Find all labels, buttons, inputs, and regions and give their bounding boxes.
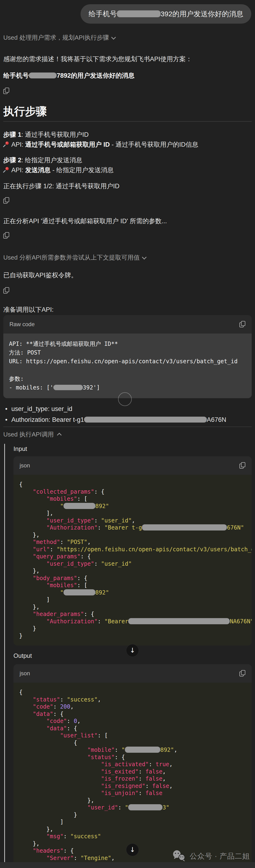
- step-2-title: 步骤 2: 给指定用户发送消息: [3, 156, 252, 165]
- code-line: "collected_params": {: [19, 488, 246, 496]
- raw-code-label: Raw code: [9, 321, 35, 328]
- copy-icon[interactable]: [240, 462, 246, 469]
- request-restated-text: 给手机号7892的用户发送你好的消息: [3, 71, 252, 80]
- used-plan-label: Used 处理用户需求，规划API执行步骤: [3, 34, 109, 42]
- code-line: "Authorization": "Bearer t-g676N": [19, 524, 246, 531]
- watermark: 公众号 · 产品二姐: [172, 850, 250, 863]
- section-divider: [3, 427, 252, 427]
- chevron-down-icon: [142, 255, 147, 259]
- code-line: API: **通过手机号或邮箱获取用户 ID**: [9, 340, 246, 348]
- copy-row: [3, 232, 252, 240]
- code-line: },: [19, 797, 246, 804]
- pushpin-icon: [3, 166, 9, 173]
- code-line: "code": 0,: [19, 717, 246, 725]
- bullet-authorization: Authorization: Bearer t-g1A676N: [3, 414, 252, 425]
- scroll-down-button[interactable]: ↓: [126, 843, 139, 856]
- code-line: "msg": "success": [19, 833, 246, 840]
- copy-icon[interactable]: [240, 321, 246, 328]
- raw-code-body: API: **通过手机号或邮箱获取用户 ID**方法: POSTURL: htt…: [3, 334, 252, 398]
- input-json-panel-header: json: [13, 456, 252, 475]
- code-line: "mobile": "892",: [19, 746, 246, 754]
- code-line: "mobiles": [: [19, 495, 246, 503]
- code-line: [9, 366, 246, 375]
- code-line: ]: [19, 596, 246, 603]
- scroll-down-button[interactable]: ↓: [126, 644, 139, 657]
- code-line: },: [19, 567, 246, 575]
- tool-call-section: Input json { "collected_params": { "mobi…: [4, 444, 252, 868]
- code-line: "code": 200,: [19, 703, 246, 710]
- chevron-down-icon: [111, 35, 116, 39]
- copy-icon[interactable]: [3, 287, 9, 294]
- code-line: 方法: POST: [9, 348, 246, 357]
- prepare-call-text: 准备调用以下API:: [3, 306, 252, 314]
- code-line: "is_frozen": false,: [19, 775, 246, 782]
- code-line: "user_id": "3": [19, 804, 246, 811]
- pushpin-icon: [3, 141, 9, 148]
- chevron-up-icon: [57, 433, 62, 437]
- copy-icon[interactable]: [3, 232, 9, 239]
- copy-icon[interactable]: [3, 197, 9, 204]
- copy-icon[interactable]: [240, 670, 246, 677]
- code-line: ],: [19, 510, 246, 517]
- step-2-api: API: 发送消息 - 给指定用户发送消息: [3, 165, 252, 175]
- code-line: "query_params": {: [19, 553, 246, 560]
- code-line: "body_params": {: [19, 575, 246, 582]
- heading-divider: [3, 121, 252, 122]
- step-1-title: 步骤 1: 通过手机号获取用户ID: [3, 130, 252, 139]
- code-line: "892": [19, 589, 246, 596]
- copy-row: [3, 197, 252, 205]
- code-line: "Authorization": "BearerNA676N": [19, 618, 246, 625]
- code-line: "is_resigned": false,: [19, 782, 246, 790]
- code-line: "data": {: [19, 725, 246, 732]
- code-line: },: [19, 826, 246, 833]
- used-plan-toggle[interactable]: Used 处理用户需求，规划API执行步骤: [3, 34, 116, 42]
- code-line: },: [19, 531, 246, 539]
- code-line: "user_list": [: [19, 732, 246, 739]
- code-line: {: [19, 689, 246, 696]
- code-line: "user_id_type": "user_id": [19, 560, 246, 567]
- used-api-call-label: Used 执行API调用: [3, 430, 54, 439]
- used-params-label: Used 分析API所需参数并尝试从上下文提取可用值: [3, 253, 140, 262]
- raw-code-panel-header: Raw code: [3, 315, 252, 334]
- code-line: "user_id_type": "user_id",: [19, 517, 246, 524]
- output-json-panel-header: json: [13, 664, 252, 683]
- user-message-bubble: 给手机号392的用户发送你好的消息: [81, 4, 251, 24]
- code-line: URL: https://open.feishu.cn/open-apis/co…: [9, 357, 246, 366]
- wechat-icon: [172, 850, 187, 863]
- code-line: ]: [19, 818, 246, 826]
- used-api-call-toggle[interactable]: Used 执行API调用: [3, 430, 60, 439]
- steps-heading: 执行步骤: [3, 105, 252, 117]
- copy-row: [3, 287, 252, 295]
- step-1-api: API: 通过手机号或邮箱获取用户 ID - 通过手机号获取用户的ID信息: [3, 140, 252, 149]
- raw-code-panel: Raw code API: **通过手机号或邮箱获取用户 ID**方法: POS…: [3, 315, 252, 398]
- input-json-body: { "collected_params": { "mobiles": [ "89…: [13, 475, 252, 646]
- code-line: "header_params": {: [19, 611, 246, 618]
- code-line: "is_unjoin": false: [19, 789, 246, 797]
- input-label: Input: [13, 445, 252, 453]
- code-line: "status": {: [19, 754, 246, 761]
- code-line: "data": {: [19, 710, 246, 718]
- output-json-panel: json { "status": "success", "code": 200,…: [13, 664, 252, 868]
- code-line: 参数:: [9, 375, 246, 383]
- code-line: - mobiles: ['392']: [9, 383, 246, 392]
- code-line: "mobiles": [: [19, 582, 246, 589]
- copy-row: [3, 88, 252, 95]
- intro-text: 感谢您的需求描述！我将基于以下需求为您规划飞书API使用方案：: [3, 55, 252, 63]
- chat-page: 给手机号392的用户发送你好的消息 Used 处理用户需求，规划API执行步骤 …: [0, 0, 255, 868]
- param-bullet-list: user_id_type: user_id Authorization: Bea…: [3, 403, 252, 425]
- analyzing-status-text: 正在分析API '通过手机号或邮箱获取用户 ID' 所需的参数...: [3, 217, 252, 225]
- used-params-toggle[interactable]: Used 分析API所需参数并尝试从上下文提取可用值: [3, 253, 147, 262]
- arrow-down-icon: ↓: [130, 647, 135, 654]
- output-json-lang-label: json: [20, 670, 30, 677]
- input-json-lang-label: json: [20, 462, 30, 469]
- arrow-down-icon: ↓: [130, 846, 135, 853]
- click-ring-artifact: [118, 392, 132, 406]
- copy-icon[interactable]: [3, 88, 9, 94]
- code-line: }: [19, 625, 246, 632]
- code-line: "url": "https://open.feishu.cn/open-apis…: [19, 546, 246, 553]
- code-line: "is_activated": true,: [19, 761, 246, 768]
- code-line: "892": [19, 503, 246, 510]
- code-line: "status": "success",: [19, 696, 246, 703]
- watermark-text: 公众号 · 产品二姐: [190, 851, 250, 861]
- executing-status-text: 正在执行步骤 1/2: 通过手机号获取用户ID: [3, 182, 252, 190]
